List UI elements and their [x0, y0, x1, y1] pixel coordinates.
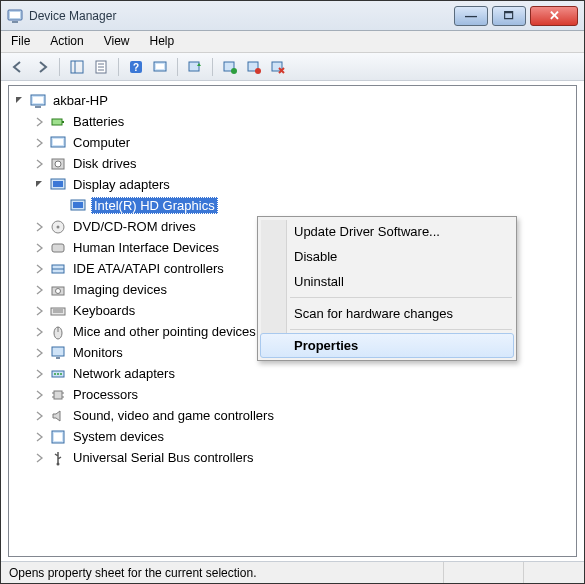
svg-point-15 [231, 68, 237, 74]
disable-button[interactable] [243, 56, 265, 78]
expand-arrow-icon[interactable] [33, 136, 47, 150]
back-button[interactable] [7, 56, 29, 78]
expand-arrow-icon[interactable] [33, 262, 47, 276]
toolbar-separator [212, 58, 213, 76]
toolbar-separator [177, 58, 178, 76]
hid-icon [49, 240, 67, 256]
menu-help[interactable]: Help [140, 31, 185, 52]
expand-arrow-icon[interactable] [33, 430, 47, 444]
cpu-icon [49, 387, 67, 403]
expand-arrow-icon[interactable] [33, 388, 47, 402]
tree-label: Batteries [71, 113, 126, 130]
expand-arrow-icon[interactable] [33, 325, 47, 339]
tree-category[interactable]: Disk drives [13, 153, 572, 174]
expand-arrow-icon[interactable] [33, 157, 47, 171]
ctx-scan-hardware[interactable]: Scan for hardware changes [260, 301, 514, 326]
tree-category[interactable]: Network adapters [13, 363, 572, 384]
network-icon [49, 366, 67, 382]
properties-button[interactable] [90, 56, 112, 78]
tree-label: Imaging devices [71, 281, 169, 298]
statusbar: Opens property sheet for the current sel… [1, 561, 584, 583]
tree-category[interactable]: Computer [13, 132, 572, 153]
help-button[interactable]: ? [125, 56, 147, 78]
usb-icon [49, 450, 67, 466]
menu-action[interactable]: Action [40, 31, 93, 52]
svg-rect-50 [54, 391, 62, 399]
minimize-button[interactable]: — [454, 6, 488, 26]
tree-category[interactable]: Sound, video and game controllers [13, 405, 572, 426]
dvd-icon [49, 219, 67, 235]
scan-button[interactable] [149, 56, 171, 78]
context-menu: Update Driver Software... Disable Uninst… [257, 216, 517, 361]
expand-arrow-icon[interactable] [33, 220, 47, 234]
uninstall-button[interactable] [267, 56, 289, 78]
display-adapter-icon [69, 198, 87, 214]
statusbar-cell [444, 562, 524, 583]
tree-category[interactable]: Batteries [13, 111, 572, 132]
collapse-arrow-icon[interactable] [13, 94, 27, 108]
svg-rect-31 [73, 202, 83, 208]
camera-icon [49, 282, 67, 298]
monitor-icon [49, 345, 67, 361]
svg-point-17 [255, 68, 261, 74]
expand-arrow-icon[interactable] [33, 115, 47, 129]
svg-point-47 [54, 373, 56, 375]
disk-icon [49, 156, 67, 172]
tree-category[interactable]: System devices [13, 426, 572, 447]
svg-rect-25 [53, 139, 63, 145]
expand-arrow-icon[interactable] [33, 346, 47, 360]
tree-label: Display adapters [71, 176, 172, 193]
show-hide-tree-button[interactable] [66, 56, 88, 78]
svg-rect-12 [156, 64, 164, 69]
mouse-icon [49, 324, 67, 340]
svg-point-57 [57, 462, 60, 465]
svg-point-27 [55, 161, 61, 167]
svg-rect-21 [35, 106, 41, 108]
svg-point-33 [57, 225, 60, 228]
svg-rect-1 [10, 12, 20, 18]
tree-category[interactable]: Universal Serial Bus controllers [13, 447, 572, 468]
system-icon [49, 429, 67, 445]
tree-label: Human Interface Devices [71, 239, 221, 256]
svg-rect-23 [62, 121, 64, 123]
tree-label: IDE ATA/ATAPI controllers [71, 260, 226, 277]
svg-point-49 [60, 373, 62, 375]
sound-icon [49, 408, 67, 424]
ctx-uninstall[interactable]: Uninstall [260, 269, 514, 294]
collapse-arrow-icon[interactable] [33, 178, 47, 192]
expand-arrow-icon[interactable] [33, 451, 47, 465]
expand-arrow-icon[interactable] [33, 304, 47, 318]
maximize-button[interactable]: 🗖 [492, 6, 526, 26]
enable-button[interactable] [219, 56, 241, 78]
menu-file[interactable]: File [1, 31, 40, 52]
toolbar-separator [118, 58, 119, 76]
tree-category-display-adapters[interactable]: Display adapters [13, 174, 572, 195]
menu-view[interactable]: View [94, 31, 140, 52]
statusbar-cell [524, 562, 584, 583]
expand-arrow-icon[interactable] [33, 241, 47, 255]
tree-label: Universal Serial Bus controllers [71, 449, 256, 466]
expand-arrow-icon[interactable] [33, 367, 47, 381]
tree-label: Network adapters [71, 365, 177, 382]
tree-device-selected[interactable]: Intel(R) HD Graphics [13, 195, 572, 216]
tree-category[interactable]: Processors [13, 384, 572, 405]
tree-root[interactable]: akbar-HP [13, 90, 572, 111]
ctx-update-driver[interactable]: Update Driver Software... [260, 219, 514, 244]
svg-rect-22 [52, 119, 62, 125]
ctx-disable[interactable]: Disable [260, 244, 514, 269]
svg-rect-3 [71, 61, 83, 73]
close-button[interactable]: ✕ [530, 6, 578, 26]
tree-label: Mice and other pointing devices [71, 323, 258, 340]
computer-icon [29, 93, 47, 109]
toolbar: ? [1, 53, 584, 81]
svg-rect-2 [12, 21, 18, 23]
svg-point-48 [57, 373, 59, 375]
tree-label: System devices [71, 428, 166, 445]
update-driver-button[interactable] [184, 56, 206, 78]
forward-button[interactable] [31, 56, 53, 78]
expand-arrow-icon[interactable] [33, 283, 47, 297]
svg-rect-44 [52, 347, 64, 356]
ctx-properties[interactable]: Properties [260, 333, 514, 358]
tree-label: DVD/CD-ROM drives [71, 218, 198, 235]
expand-arrow-icon[interactable] [33, 409, 47, 423]
